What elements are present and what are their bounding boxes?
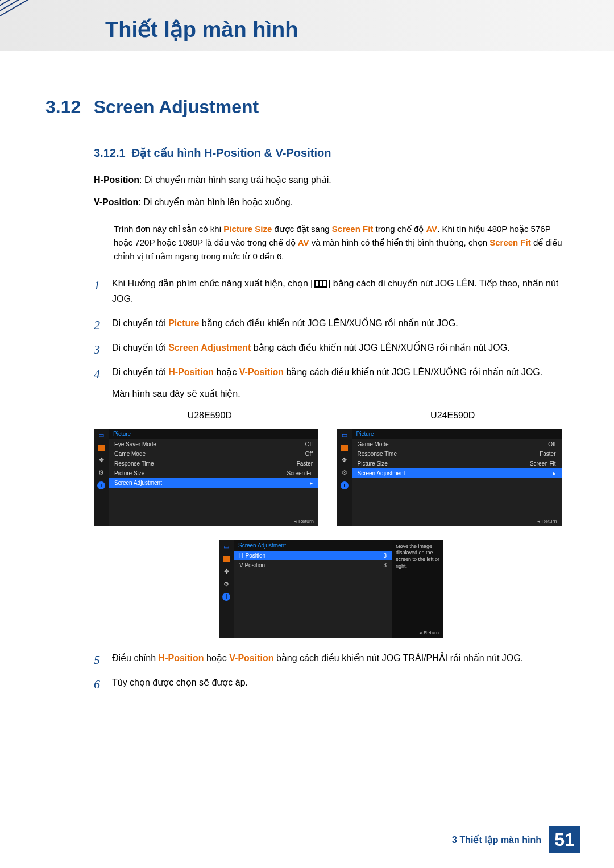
- osd-hint: Move the image displayed on the screen t…: [392, 540, 443, 638]
- osd-row-item: Response TimeFaster: [352, 449, 562, 459]
- osd-iconbar: ▭ ✥ ⚙ i: [219, 540, 234, 638]
- info-icon: i: [96, 481, 106, 490]
- info-icon: i: [221, 592, 231, 601]
- monitor-icon: ▭: [221, 542, 231, 551]
- page-header: Thiết lập màn hình: [0, 0, 614, 51]
- monitor-icon: ▭: [339, 431, 350, 440]
- step-3: 3 Di chuyển tới Screen Adjustment bằng c…: [94, 340, 569, 355]
- section-heading: 3.12 Screen Adjustment: [45, 97, 569, 118]
- step-5: 5 Điều chỉnh H-Position hoặc V-Position …: [94, 650, 569, 666]
- decorative-lines: [0, 0, 60, 49]
- osd-row-selected: Screen Adjustment▸: [109, 478, 318, 488]
- osd-title: Picture: [352, 429, 562, 439]
- osd-row-selected: H-Position3: [234, 551, 392, 560]
- osd-return: ◂ Return: [289, 516, 318, 526]
- picture-icon: [221, 555, 231, 564]
- osd-right-column: U24E590D ▭ ✥ ⚙ i Picture Game ModeOff Re…: [337, 410, 569, 526]
- osd-row-selected: Screen Adjustment▸: [352, 468, 562, 478]
- step-number: 2: [94, 314, 100, 335]
- osd-title: Screen Adjustment: [234, 540, 392, 551]
- osd-panel-right: ▭ ✥ ⚙ i Picture Game ModeOff Response Ti…: [337, 429, 562, 526]
- osd-bottom-wrap: ▭ ✥ ⚙ i Screen Adjustment H-Position3 V-…: [94, 540, 569, 638]
- hposition-desc: H-Position: Di chuyển màn hình sang trái…: [94, 173, 569, 188]
- step-number: 3: [94, 339, 100, 360]
- model-label-right: U24E590D: [337, 410, 569, 429]
- steps-list-cont: 5 Điều chỉnh H-Position hoặc V-Position …: [94, 650, 569, 690]
- gear-icon: ⚙: [96, 468, 106, 477]
- info-icon: i: [339, 481, 350, 490]
- osd-row-item: Game ModeOff: [352, 439, 562, 449]
- model-label-left: U28E590D: [94, 410, 326, 429]
- gear-icon: ⚙: [221, 580, 231, 589]
- vposition-desc: V-Position: Di chuyển màn hình lên hoặc …: [94, 196, 569, 210]
- move-icon: ✥: [96, 456, 106, 465]
- section-number: 3.12: [45, 97, 81, 118]
- osd-row: U28E590D ▭ ✥ ⚙ i Picture Eye Saver ModeO…: [94, 410, 569, 526]
- note-block: Trình đơn này chỉ sẵn có khi Picture Siz…: [114, 222, 569, 263]
- footer-text: 3 Thiết lập màn hình: [452, 834, 541, 845]
- subsection-heading: 3.12.1 Đặt cấu hình H-Position & V-Posit…: [94, 146, 569, 160]
- step-4: 4 Di chuyển tới H-Position hoặc V-Positi…: [94, 364, 569, 401]
- move-icon: ✥: [339, 456, 350, 465]
- osd-iconbar: ▭ ✥ ⚙ i: [94, 429, 109, 526]
- osd-row-item: V-Position3: [234, 560, 392, 570]
- osd-row-item: Picture SizeScreen Fit: [352, 459, 562, 468]
- page-number: 51: [549, 826, 580, 853]
- move-icon: ✥: [221, 567, 231, 576]
- osd-panel-bottom: ▭ ✥ ⚙ i Screen Adjustment H-Position3 V-…: [219, 540, 443, 638]
- step-number: 6: [94, 674, 100, 695]
- gear-icon: ⚙: [339, 468, 350, 477]
- osd-row-item: Game ModeOff: [109, 449, 318, 459]
- content: 3.12 Screen Adjustment 3.12.1 Đặt cấu hì…: [45, 97, 569, 699]
- step-1: 1 Khi Hướng dẫn phím chức năng xuất hiện…: [94, 276, 569, 306]
- section-title: Screen Adjustment: [94, 97, 259, 117]
- osd-iconbar: ▭ ✥ ⚙ i: [337, 429, 352, 526]
- osd-return: ◂ Return: [414, 628, 443, 638]
- menu-icon: [314, 280, 327, 288]
- page-footer: 3 Thiết lập màn hình 51: [452, 826, 580, 853]
- step-number: 5: [94, 649, 100, 670]
- osd-return: ◂ Return: [533, 516, 562, 526]
- step-2: 2 Di chuyển tới Picture bằng cách điều k…: [94, 315, 569, 331]
- osd-row-item: Response TimeFaster: [109, 459, 318, 468]
- osd-left-column: U28E590D ▭ ✥ ⚙ i Picture Eye Saver ModeO…: [94, 410, 326, 526]
- osd-title: Picture: [109, 429, 318, 439]
- osd-panel-left: ▭ ✥ ⚙ i Picture Eye Saver ModeOff Game M…: [94, 429, 318, 526]
- picture-icon: [339, 443, 350, 452]
- step-number: 1: [94, 275, 100, 296]
- osd-row-item: Picture SizeScreen Fit: [109, 468, 318, 478]
- step-number: 4: [94, 363, 100, 384]
- step-6: 6 Tùy chọn được chọn sẽ được áp.: [94, 675, 569, 690]
- osd-row-item: Eye Saver ModeOff: [109, 439, 318, 449]
- monitor-icon: ▭: [96, 431, 106, 440]
- chapter-title: Thiết lập màn hình: [105, 17, 298, 42]
- picture-icon: [96, 443, 106, 452]
- steps-list: 1 Khi Hướng dẫn phím chức năng xuất hiện…: [94, 276, 569, 401]
